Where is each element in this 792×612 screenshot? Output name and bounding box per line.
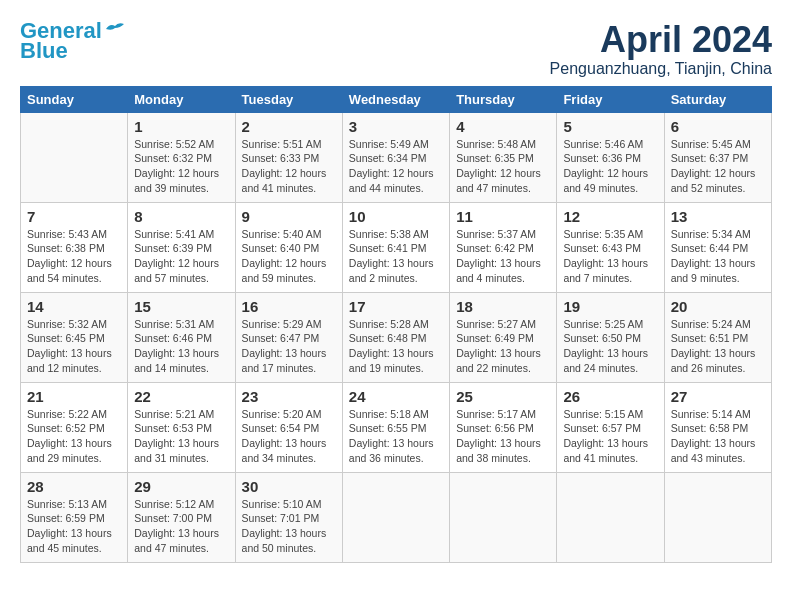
calendar-day-cell (557, 472, 664, 562)
day-number: 26 (563, 388, 657, 405)
page-header: General Blue April 2024 Penguanzhuang, T… (20, 20, 772, 78)
day-number: 18 (456, 298, 550, 315)
calendar-day-cell: 29Sunrise: 5:12 AM Sunset: 7:00 PM Dayli… (128, 472, 235, 562)
weekday-header: Monday (128, 86, 235, 112)
calendar-table: SundayMondayTuesdayWednesdayThursdayFrid… (20, 86, 772, 563)
calendar-week-row: 7Sunrise: 5:43 AM Sunset: 6:38 PM Daylig… (21, 202, 772, 292)
calendar-day-cell: 13Sunrise: 5:34 AM Sunset: 6:44 PM Dayli… (664, 202, 771, 292)
day-number: 29 (134, 478, 228, 495)
day-info: Sunrise: 5:51 AM Sunset: 6:33 PM Dayligh… (242, 137, 336, 196)
day-info: Sunrise: 5:15 AM Sunset: 6:57 PM Dayligh… (563, 407, 657, 466)
day-number: 30 (242, 478, 336, 495)
day-number: 17 (349, 298, 443, 315)
day-info: Sunrise: 5:48 AM Sunset: 6:35 PM Dayligh… (456, 137, 550, 196)
day-number: 1 (134, 118, 228, 135)
calendar-day-cell: 26Sunrise: 5:15 AM Sunset: 6:57 PM Dayli… (557, 382, 664, 472)
calendar-day-cell: 6Sunrise: 5:45 AM Sunset: 6:37 PM Daylig… (664, 112, 771, 202)
day-info: Sunrise: 5:31 AM Sunset: 6:46 PM Dayligh… (134, 317, 228, 376)
day-number: 16 (242, 298, 336, 315)
day-number: 2 (242, 118, 336, 135)
logo-bird-icon (104, 21, 126, 37)
day-number: 4 (456, 118, 550, 135)
day-number: 7 (27, 208, 121, 225)
day-number: 21 (27, 388, 121, 405)
day-info: Sunrise: 5:21 AM Sunset: 6:53 PM Dayligh… (134, 407, 228, 466)
day-number: 15 (134, 298, 228, 315)
logo: General Blue (20, 20, 126, 62)
day-number: 12 (563, 208, 657, 225)
day-info: Sunrise: 5:38 AM Sunset: 6:41 PM Dayligh… (349, 227, 443, 286)
day-number: 14 (27, 298, 121, 315)
day-info: Sunrise: 5:35 AM Sunset: 6:43 PM Dayligh… (563, 227, 657, 286)
weekday-header: Wednesday (342, 86, 449, 112)
calendar-day-cell: 1Sunrise: 5:52 AM Sunset: 6:32 PM Daylig… (128, 112, 235, 202)
calendar-day-cell: 19Sunrise: 5:25 AM Sunset: 6:50 PM Dayli… (557, 292, 664, 382)
day-info: Sunrise: 5:12 AM Sunset: 7:00 PM Dayligh… (134, 497, 228, 556)
day-number: 11 (456, 208, 550, 225)
day-info: Sunrise: 5:18 AM Sunset: 6:55 PM Dayligh… (349, 407, 443, 466)
calendar-day-cell (664, 472, 771, 562)
day-number: 25 (456, 388, 550, 405)
day-number: 27 (671, 388, 765, 405)
day-info: Sunrise: 5:28 AM Sunset: 6:48 PM Dayligh… (349, 317, 443, 376)
calendar-day-cell (21, 112, 128, 202)
day-info: Sunrise: 5:22 AM Sunset: 6:52 PM Dayligh… (27, 407, 121, 466)
day-number: 22 (134, 388, 228, 405)
calendar-day-cell: 16Sunrise: 5:29 AM Sunset: 6:47 PM Dayli… (235, 292, 342, 382)
day-info: Sunrise: 5:24 AM Sunset: 6:51 PM Dayligh… (671, 317, 765, 376)
day-info: Sunrise: 5:43 AM Sunset: 6:38 PM Dayligh… (27, 227, 121, 286)
day-number: 6 (671, 118, 765, 135)
day-info: Sunrise: 5:37 AM Sunset: 6:42 PM Dayligh… (456, 227, 550, 286)
calendar-day-cell: 4Sunrise: 5:48 AM Sunset: 6:35 PM Daylig… (450, 112, 557, 202)
calendar-week-row: 28Sunrise: 5:13 AM Sunset: 6:59 PM Dayli… (21, 472, 772, 562)
day-info: Sunrise: 5:41 AM Sunset: 6:39 PM Dayligh… (134, 227, 228, 286)
weekday-header: Friday (557, 86, 664, 112)
day-info: Sunrise: 5:29 AM Sunset: 6:47 PM Dayligh… (242, 317, 336, 376)
calendar-day-cell (450, 472, 557, 562)
day-number: 19 (563, 298, 657, 315)
day-number: 10 (349, 208, 443, 225)
day-number: 24 (349, 388, 443, 405)
calendar-week-row: 14Sunrise: 5:32 AM Sunset: 6:45 PM Dayli… (21, 292, 772, 382)
calendar-day-cell: 24Sunrise: 5:18 AM Sunset: 6:55 PM Dayli… (342, 382, 449, 472)
weekday-header-row: SundayMondayTuesdayWednesdayThursdayFrid… (21, 86, 772, 112)
calendar-day-cell: 22Sunrise: 5:21 AM Sunset: 6:53 PM Dayli… (128, 382, 235, 472)
day-info: Sunrise: 5:10 AM Sunset: 7:01 PM Dayligh… (242, 497, 336, 556)
logo-blue-text: Blue (20, 40, 68, 62)
day-info: Sunrise: 5:34 AM Sunset: 6:44 PM Dayligh… (671, 227, 765, 286)
day-number: 20 (671, 298, 765, 315)
calendar-day-cell: 8Sunrise: 5:41 AM Sunset: 6:39 PM Daylig… (128, 202, 235, 292)
day-info: Sunrise: 5:32 AM Sunset: 6:45 PM Dayligh… (27, 317, 121, 376)
title-block: April 2024 Penguanzhuang, Tianjin, China (550, 20, 772, 78)
calendar-day-cell: 11Sunrise: 5:37 AM Sunset: 6:42 PM Dayli… (450, 202, 557, 292)
day-number: 28 (27, 478, 121, 495)
calendar-day-cell: 5Sunrise: 5:46 AM Sunset: 6:36 PM Daylig… (557, 112, 664, 202)
calendar-day-cell: 7Sunrise: 5:43 AM Sunset: 6:38 PM Daylig… (21, 202, 128, 292)
calendar-day-cell: 20Sunrise: 5:24 AM Sunset: 6:51 PM Dayli… (664, 292, 771, 382)
calendar-day-cell: 17Sunrise: 5:28 AM Sunset: 6:48 PM Dayli… (342, 292, 449, 382)
calendar-day-cell (342, 472, 449, 562)
day-info: Sunrise: 5:40 AM Sunset: 6:40 PM Dayligh… (242, 227, 336, 286)
day-number: 8 (134, 208, 228, 225)
calendar-day-cell: 30Sunrise: 5:10 AM Sunset: 7:01 PM Dayli… (235, 472, 342, 562)
calendar-day-cell: 9Sunrise: 5:40 AM Sunset: 6:40 PM Daylig… (235, 202, 342, 292)
calendar-day-cell: 21Sunrise: 5:22 AM Sunset: 6:52 PM Dayli… (21, 382, 128, 472)
calendar-day-cell: 14Sunrise: 5:32 AM Sunset: 6:45 PM Dayli… (21, 292, 128, 382)
day-number: 9 (242, 208, 336, 225)
calendar-week-row: 21Sunrise: 5:22 AM Sunset: 6:52 PM Dayli… (21, 382, 772, 472)
calendar-day-cell: 27Sunrise: 5:14 AM Sunset: 6:58 PM Dayli… (664, 382, 771, 472)
day-info: Sunrise: 5:14 AM Sunset: 6:58 PM Dayligh… (671, 407, 765, 466)
weekday-header: Thursday (450, 86, 557, 112)
day-info: Sunrise: 5:49 AM Sunset: 6:34 PM Dayligh… (349, 137, 443, 196)
day-number: 13 (671, 208, 765, 225)
calendar-day-cell: 10Sunrise: 5:38 AM Sunset: 6:41 PM Dayli… (342, 202, 449, 292)
day-number: 5 (563, 118, 657, 135)
day-info: Sunrise: 5:17 AM Sunset: 6:56 PM Dayligh… (456, 407, 550, 466)
day-number: 23 (242, 388, 336, 405)
day-number: 3 (349, 118, 443, 135)
calendar-day-cell: 25Sunrise: 5:17 AM Sunset: 6:56 PM Dayli… (450, 382, 557, 472)
calendar-day-cell: 28Sunrise: 5:13 AM Sunset: 6:59 PM Dayli… (21, 472, 128, 562)
calendar-day-cell: 12Sunrise: 5:35 AM Sunset: 6:43 PM Dayli… (557, 202, 664, 292)
day-info: Sunrise: 5:25 AM Sunset: 6:50 PM Dayligh… (563, 317, 657, 376)
calendar-title: April 2024 (550, 20, 772, 60)
